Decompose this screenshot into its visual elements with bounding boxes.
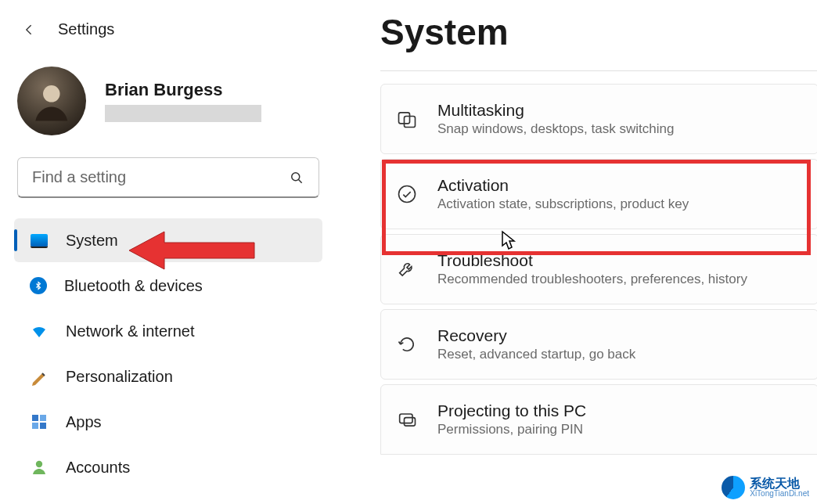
search-icon: [289, 170, 304, 185]
card-activation[interactable]: Activation Activation state, subscriptio…: [380, 159, 817, 229]
card-title: Recovery: [437, 326, 635, 345]
sidebar-item-bluetooth[interactable]: Bluetooth & devices: [14, 264, 322, 308]
svg-point-6: [36, 461, 42, 467]
watermark: 系统天地 XiTongTianDi.net: [722, 476, 809, 499]
settings-cards: Multitasking Snap windows, desktops, tas…: [380, 70, 817, 455]
bluetooth-icon: [30, 277, 47, 294]
page-title: System: [380, 11, 817, 53]
person-icon: [30, 458, 49, 477]
card-desc: Snap windows, desktops, task switching: [437, 121, 674, 137]
card-desc: Activation state, subscriptions, product…: [437, 196, 689, 212]
watermark-logo-icon: [722, 476, 745, 499]
card-multitasking[interactable]: Multitasking Snap windows, desktops, tas…: [380, 84, 817, 154]
search-field[interactable]: [32, 168, 281, 186]
card-troubleshoot[interactable]: Troubleshoot Recommended troubleshooters…: [380, 234, 817, 304]
svg-rect-2: [32, 415, 38, 421]
card-desc: Recommended troubleshooters, preferences…: [437, 272, 747, 287]
svg-rect-5: [40, 423, 46, 429]
card-title: Multitasking: [437, 101, 674, 120]
system-icon: [30, 231, 49, 250]
sidebar-item-apps[interactable]: Apps: [14, 400, 322, 444]
user-name: Brian Burgess: [105, 80, 261, 100]
sidebar-item-accounts[interactable]: Accounts: [14, 445, 322, 489]
card-desc: Reset, advanced startup, go back: [437, 347, 635, 362]
divider: [380, 70, 817, 71]
nav-label: Network & internet: [66, 322, 195, 340]
sidebar-item-personalization[interactable]: Personalization: [14, 355, 322, 398]
nav-label: Accounts: [66, 459, 130, 477]
recovery-icon: [395, 333, 419, 356]
search-input[interactable]: [17, 157, 319, 198]
avatar: [17, 67, 86, 135]
nav-label: Personalization: [66, 368, 173, 386]
nav-label: Apps: [66, 413, 102, 431]
settings-title: Settings: [58, 20, 114, 38]
user-email-redacted: [105, 105, 261, 122]
nav-label: System: [66, 232, 118, 250]
svg-point-0: [43, 85, 60, 103]
card-title: Troubleshoot: [437, 251, 747, 270]
svg-point-9: [399, 186, 416, 203]
card-projecting[interactable]: Projecting to this PC Permissions, pairi…: [380, 384, 817, 455]
brush-icon: [30, 367, 49, 386]
sidebar-item-network[interactable]: Network & internet: [14, 309, 322, 353]
apps-icon: [30, 412, 49, 431]
sidebar-item-system[interactable]: System: [14, 218, 322, 262]
projecting-icon: [395, 408, 419, 431]
back-icon[interactable]: [22, 22, 38, 38]
check-circle-icon: [395, 182, 419, 206]
watermark-cn: 系统天地: [750, 477, 809, 490]
nav-label: Bluetooth & devices: [64, 277, 203, 295]
card-desc: Permissions, pairing PIN: [437, 422, 586, 437]
card-title: Activation: [437, 176, 689, 195]
user-profile[interactable]: Brian Burgess: [14, 48, 322, 151]
svg-rect-10: [400, 414, 412, 423]
wifi-icon: [30, 322, 49, 340]
wrench-icon: [395, 257, 419, 281]
svg-point-1: [292, 172, 300, 180]
watermark-en: XiTongTianDi.net: [750, 490, 809, 498]
card-recovery[interactable]: Recovery Reset, advanced startup, go bac…: [380, 309, 817, 380]
svg-rect-4: [32, 423, 38, 429]
multitasking-icon: [395, 107, 419, 131]
svg-rect-3: [40, 415, 46, 421]
nav-list: System Bluetooth & devices Network & int…: [14, 218, 322, 489]
svg-rect-11: [405, 418, 416, 427]
card-title: Projecting to this PC: [437, 401, 586, 420]
